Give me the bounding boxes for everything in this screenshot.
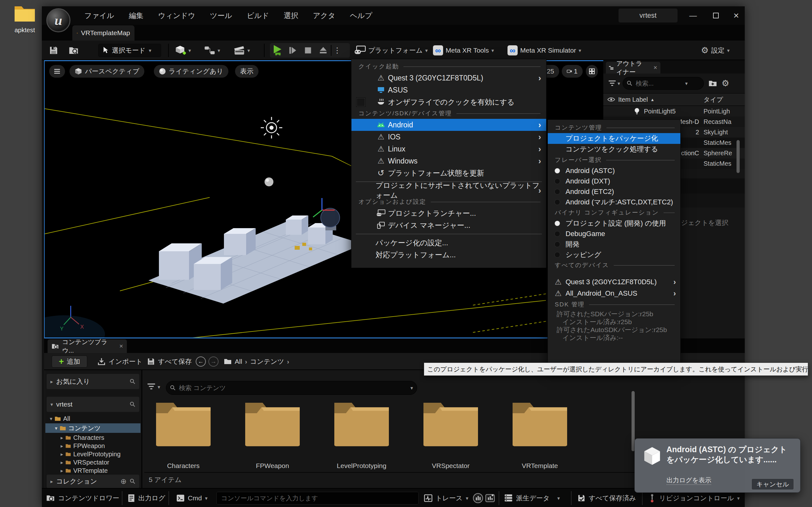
folder-tile-levelprototyping[interactable] [329,399,394,447]
save-status-button[interactable]: すべて保存済み [577,489,636,507]
folder-label[interactable]: FPWeapon [236,462,309,469]
play-options-kebab[interactable]: ⋮ [332,43,343,58]
multi-viewport-button[interactable] [586,65,598,78]
project-section[interactable]: ▾ vrtest [47,397,139,412]
save-all-button[interactable]: すべて保存 [147,355,192,368]
trace-dropdown[interactable]: トレース ▾ [424,489,468,507]
sphere-gizmo[interactable] [264,177,273,186]
menu-item-windows[interactable]: ⚠ Windows › [351,155,546,167]
tab-content-browser[interactable]: コンテンツブラウ... × [48,339,127,353]
chevron-down-icon[interactable]: ▾ [158,384,160,390]
save-button[interactable] [49,43,58,58]
folder-label[interactable]: Characters [147,462,220,469]
menu-item-flavor-dxt[interactable]: Android (DXT) [548,176,680,186]
browse-content-button[interactable] [68,43,79,58]
tree-item-vrtemplate[interactable]: ▸ VRTemplate [45,466,141,475]
menu-item-binary-development[interactable]: 開発 [548,239,680,249]
folder-tile-characters[interactable] [151,399,215,447]
show-dropdown[interactable]: 表示 [235,65,258,78]
meta-xr-simulator-dropdown[interactable]: ∞ Meta XR Simulator ▾ [507,43,581,58]
outliner-row-pointlight5[interactable]: PointLight5 PointLigh [603,106,745,117]
menu-item-android-highlighted[interactable]: Android › [351,119,546,131]
close-icon[interactable]: × [119,343,123,350]
close-button[interactable]: × [729,9,744,21]
menu-item-cook-content[interactable]: コンテンツをクック処理する [548,144,680,155]
add-button[interactable]: + 追加 [52,355,87,368]
filter-icon[interactable] [147,383,156,390]
folder-label[interactable]: VRSpectator [414,462,487,469]
menu-select[interactable]: 選択 [279,9,304,22]
outliner-scrollbar[interactable] [737,140,740,173]
breadcrumb-content[interactable]: コンテンツ [250,357,284,366]
menu-item-packaging-settings[interactable]: パッケージ化の設定... [351,237,546,249]
select-mode-dropdown[interactable]: 選択モード ▾ [98,44,161,57]
breadcrumb-root[interactable]: All [235,358,242,365]
menu-build[interactable]: ビルド [242,9,274,22]
drawer-splitter[interactable] [141,370,142,488]
import-button[interactable]: インポート [97,355,142,368]
folder-tile-vrspectator[interactable] [419,399,483,447]
camera-actor-button[interactable]: 1 [562,65,583,78]
view-mode-dropdown[interactable]: ライティングあり [154,65,229,78]
forward-button[interactable]: → [208,356,218,367]
content-drawer-button[interactable]: コンテンツドロワー [46,489,119,507]
console-command-input[interactable] [220,494,415,502]
menu-item-flavor-etc2[interactable]: Android (ETC2) [548,186,680,197]
menu-item-flavor-multi[interactable]: Android (マルチ:ASTC,DXT,ETC2) [548,197,680,207]
folder-label[interactable]: VRTemplate [503,462,576,469]
menu-item-unsupported-platforms[interactable]: プロジェクトにサポートされていないプラットフォーム › [351,184,546,196]
filter-icon[interactable] [608,80,616,87]
menu-item-quest3[interactable]: ⚠ Quest 3 (2G0YC1ZF8T0D5L) › [351,72,546,84]
asset-search[interactable]: ▾ [166,381,417,395]
tree-item-vrspectator[interactable]: ▸ VRSpectator [45,458,141,466]
menu-item-binary-project-settings[interactable]: プロジェクト設定 (開発) の使用 [548,218,680,228]
point-light-gizmo[interactable] [261,117,282,138]
column-item-label[interactable]: Item Label [618,96,648,103]
favorites-section[interactable]: ▸ お気に入り [47,374,139,389]
add-collection-icon[interactable]: ⊕ [120,477,126,486]
console-command-field[interactable] [216,492,419,504]
minimize-button[interactable]: — [686,9,700,21]
menu-item-linux[interactable]: ⚠ Linux › [351,143,546,155]
tab-level-vrtemplatemap[interactable]: VRTemplateMap [72,25,135,41]
cinematics-button[interactable]: ▾ [234,43,250,58]
eject-button[interactable] [316,43,331,58]
add-actor-button[interactable]: ▾ [175,43,191,58]
menu-window[interactable]: ウィンドウ [153,9,200,22]
menu-item-flavor-astc[interactable]: Android (ASTC) [548,165,680,176]
desktop-icon-label[interactable]: apktest [2,26,48,34]
close-icon[interactable]: × [653,64,657,71]
search-icon[interactable] [130,478,136,484]
chevron-down-icon[interactable]: ▾ [618,80,620,87]
menu-item-refresh-platform-status[interactable]: ↺ プラットフォーム状態を更新 [351,167,546,179]
perspective-dropdown[interactable]: パースペクティブ [69,65,144,78]
outliner-settings-gear-icon[interactable]: ⚙ [722,78,729,89]
meta-xr-tools-dropdown[interactable]: ∞ Meta XR Tools ▾ [433,43,494,58]
eye-icon[interactable] [607,97,615,102]
derived-data-dropdown[interactable]: 派生データ ▾ [504,489,560,507]
tab-outliner[interactable]: アウトライナー × [606,62,660,73]
maximize-button[interactable] [709,9,723,21]
menu-item-package-project-highlighted[interactable]: プロジェクトをパッケージ化 [548,133,680,144]
stats-button[interactable] [473,489,484,507]
desktop-folder-icon[interactable] [14,4,36,22]
column-type[interactable]: タイプ [704,95,723,104]
back-button[interactable]: ← [196,356,206,367]
menu-item-device-quest3[interactable]: ⚠ Quest 3 (2G0YC1ZF8T0D5L) › [548,276,680,288]
menu-tools[interactable]: ツール [205,9,237,22]
play-in-vr-button[interactable] [270,43,285,58]
tree-item-levelprototyping[interactable]: ▸ LevelPrototyping [45,450,141,458]
platforms-dropdown[interactable]: プラットフォーム ▾ [354,43,427,58]
menu-item-supported-platforms[interactable]: 対応プラットフォーム... [351,249,546,261]
menu-item-cook-on-the-fly[interactable]: オンザフライでのクックを有効にする [351,96,546,108]
viewport-options-button[interactable] [49,65,65,78]
search-icon[interactable] [130,379,136,384]
menu-actor[interactable]: アクタ [308,9,341,22]
menu-help[interactable]: ヘルプ [345,9,377,22]
chevron-down-icon[interactable]: ▾ [410,385,413,391]
settings-dropdown[interactable]: ⚙ 設定 ▾ [701,43,729,58]
tree-item-characters[interactable]: ▸ Characters [45,434,141,442]
chevron-down-icon[interactable]: ▾ [685,80,688,87]
collections-section[interactable]: ▸ コレクション ⊕ [47,475,139,488]
menu-item-binary-debuggame[interactable]: DebugGame [548,228,680,239]
